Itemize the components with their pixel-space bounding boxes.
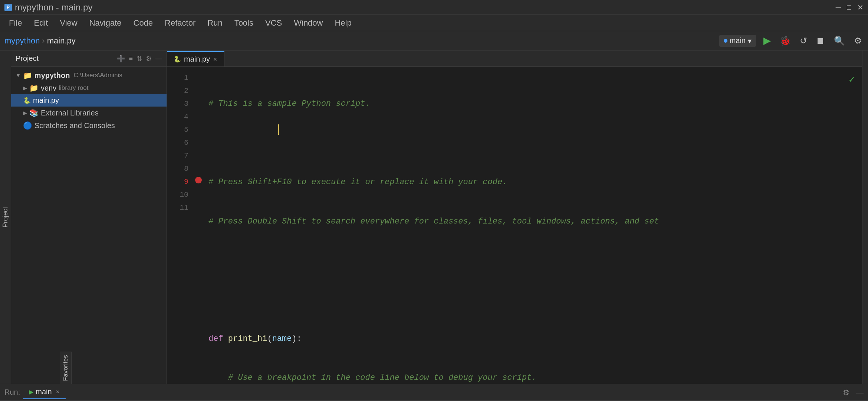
title-bar-left: P mypython - main.py <box>4 2 92 13</box>
run-tab-bar: Run: ▶ main ✕ ⚙ — <box>0 384 868 401</box>
app-icon: P <box>4 4 12 11</box>
run-tab-name: main <box>36 388 52 396</box>
tree-label-scratches: Scratches and Consoles <box>34 121 115 130</box>
menu-edit[interactable]: Edit <box>28 17 54 29</box>
run-tab-icon: ▶ <box>29 388 33 395</box>
file-tree: ▼ 📁 mypython C:\Users\Adminis ▶ 📁 venv l… <box>11 67 167 384</box>
collapse-icon[interactable]: ≡ <box>129 55 133 63</box>
menu-view[interactable]: View <box>54 17 83 29</box>
menu-file[interactable]: File <box>3 17 28 29</box>
close-button[interactable]: ✕ <box>857 3 864 12</box>
project-side-tab[interactable]: Project <box>0 50 11 384</box>
line-num-8: 8 <box>167 162 188 175</box>
minimize-button[interactable]: ─ <box>836 3 841 12</box>
expand-arrow-venv: ▶ <box>23 85 27 91</box>
menu-code[interactable]: Code <box>128 17 159 29</box>
tree-path-mypython: C:\Users\Adminis <box>73 72 122 79</box>
code-line-6 <box>208 293 858 306</box>
stop-button[interactable]: ⏹ <box>815 34 826 48</box>
breadcrumb: mypython › main.py <box>4 36 76 46</box>
line-num-4: 4 <box>167 110 188 123</box>
expand-arrow-extlibs: ▶ <box>23 110 27 116</box>
maximize-button[interactable]: □ <box>847 3 851 12</box>
tree-item-scratches[interactable]: 🔵 Scratches and Consoles <box>11 119 167 132</box>
title-bar: P mypython - main.py ─ □ ✕ <box>0 0 868 15</box>
settings-icon[interactable]: ⚙ <box>843 388 849 397</box>
menu-vcs[interactable]: VCS <box>259 17 288 29</box>
toolbar: mypython › main.py main ▾ ▶ 🐞 ↺ ⏹ 🔍 ⚙ <box>0 31 868 50</box>
tree-item-mypython[interactable]: ▼ 📁 mypython C:\Users\Adminis <box>11 69 167 82</box>
tab-py-icon: 🐍 <box>174 56 181 63</box>
code-line-8: # Use a breakpoint in the code line belo… <box>208 371 858 384</box>
menu-bar: File Edit View Navigate Code Refactor Ru… <box>0 15 868 31</box>
run-tab-main[interactable]: ▶ main ✕ <box>23 385 65 399</box>
menu-refactor[interactable]: Refactor <box>159 17 201 29</box>
project-tab-label[interactable]: Project <box>1 207 9 228</box>
line-numbers: 1 2 3 4 5 6 7 8 9 10 11 <box>167 67 193 384</box>
breadcrumb-sep: › <box>42 36 45 46</box>
run-button[interactable]: ▶ <box>762 33 772 48</box>
run-tab-close[interactable]: ✕ <box>56 389 60 395</box>
rerun-button[interactable]: ↺ <box>798 34 809 48</box>
project-header-icons: ➕ ≡ ⇅ ⚙ — <box>117 55 162 63</box>
line-num-11: 11 <box>167 201 188 214</box>
debug-button[interactable]: 🐞 <box>778 34 792 48</box>
line-num-10: 10 <box>167 188 188 201</box>
line-num-3: 3 <box>167 97 188 110</box>
tree-item-mainpy[interactable]: 🐍 main.py <box>11 94 167 107</box>
menu-help[interactable]: Help <box>329 17 357 29</box>
run-config-name: main <box>730 36 746 45</box>
sort-icon[interactable]: ⇅ <box>137 55 142 63</box>
bottom-panel: Run: ▶ main ✕ ⚙ — ▶ ↑ ↓ ⏹ ≡ ⇅ 🖨 C:\Users… <box>0 384 868 401</box>
tab-label-mainpy: main.py <box>184 55 210 63</box>
run-config-selector[interactable]: main ▾ <box>719 35 756 47</box>
folder-icon-venv: 📁 <box>29 84 39 92</box>
project-panel-title: Project <box>16 54 39 63</box>
line-num-7: 7 <box>167 149 188 162</box>
tree-item-external-libs[interactable]: ▶ 📚 External Libraries <box>11 107 167 119</box>
editor-tab-mainpy[interactable]: 🐍 main.py ✕ <box>167 51 224 66</box>
run-panel-settings: ⚙ — <box>838 388 868 397</box>
add-file-icon[interactable]: ➕ <box>117 55 125 63</box>
code-line-7: def print_hi(name): <box>208 332 858 345</box>
tree-label-extlibs: External Libraries <box>41 109 99 117</box>
code-line-5 <box>208 254 858 267</box>
code-content[interactable]: # This is a sample Python script. # Pres… <box>204 67 862 384</box>
editor-tab-bar: 🐍 main.py ✕ <box>167 50 862 67</box>
settings-button[interactable]: ⚙ <box>852 34 864 48</box>
code-line-1: # This is a sample Python script. <box>208 97 858 110</box>
run-config-arrow: ▾ <box>748 36 752 45</box>
menu-window[interactable]: Window <box>288 17 329 29</box>
search-button[interactable]: 🔍 <box>832 34 846 48</box>
expand-arrow-mypython: ▼ <box>16 72 21 78</box>
settings-icon[interactable]: ⚙ <box>146 55 152 63</box>
project-panel: Project ➕ ≡ ⇅ ⚙ — ▼ 📁 mypython C:\Users\… <box>11 50 167 384</box>
editor-scrollbar[interactable] <box>862 50 868 384</box>
breadcrumb-project[interactable]: mypython <box>4 36 40 46</box>
code-editor[interactable]: 1 2 3 4 5 6 7 8 9 10 11 # This is a samp… <box>167 67 862 384</box>
window-title: mypython - main.py <box>15 2 92 13</box>
line-num-5: 5 <box>167 123 188 136</box>
breakpoint-line9[interactable] <box>195 177 202 183</box>
menu-navigate[interactable]: Navigate <box>83 17 128 29</box>
tree-item-venv[interactable]: ▶ 📁 venv library root <box>11 82 167 94</box>
menu-run[interactable]: Run <box>201 17 228 29</box>
line-num-1: 1 <box>167 71 188 84</box>
tree-label-venv: venv <box>41 84 56 92</box>
toolbar-right: main ▾ ▶ 🐞 ↺ ⏹ 🔍 ⚙ <box>719 33 864 48</box>
title-bar-controls[interactable]: ─ □ ✕ <box>836 3 864 12</box>
menu-tools[interactable]: Tools <box>228 17 259 29</box>
minimize-icon[interactable]: — <box>856 388 864 397</box>
run-label: Run: <box>4 388 20 397</box>
tab-close-mainpy[interactable]: ✕ <box>213 56 217 62</box>
minimize-panel-icon[interactable]: — <box>155 55 162 63</box>
line-num-6: 6 <box>167 136 188 149</box>
tree-label-library-root: library root <box>59 84 88 92</box>
code-line-2 <box>208 137 858 150</box>
line-num-2: 2 <box>167 84 188 97</box>
breadcrumb-file[interactable]: main.py <box>47 36 76 46</box>
favorites-panel: Favorites <box>60 352 72 384</box>
code-line-4: # Press Double Shift to search everywher… <box>208 215 858 228</box>
favorites-label[interactable]: Favorites <box>62 355 69 381</box>
py-file-icon: 🐍 <box>23 97 31 104</box>
